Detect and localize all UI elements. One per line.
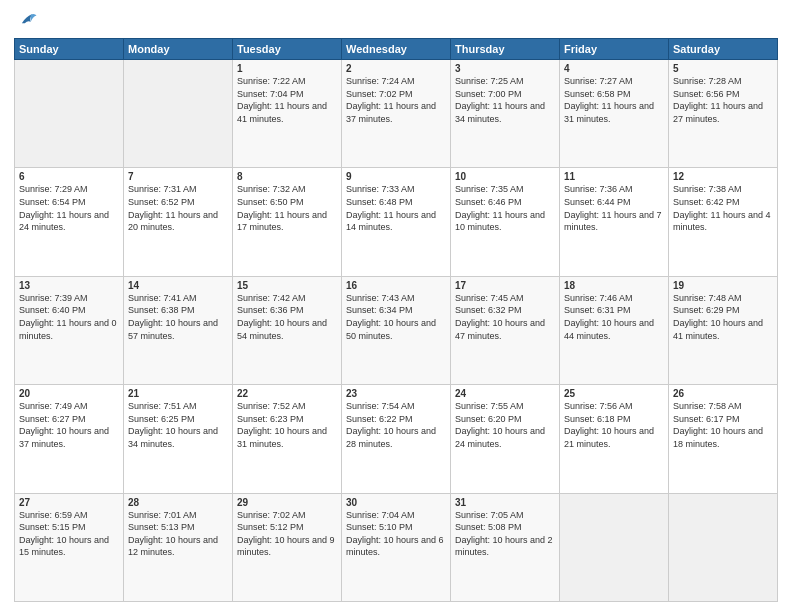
weekday-header: Friday [560,39,669,60]
calendar-cell: 24Sunrise: 7:55 AMSunset: 6:20 PMDayligh… [451,385,560,493]
weekday-header: Saturday [669,39,778,60]
calendar-cell: 19Sunrise: 7:48 AMSunset: 6:29 PMDayligh… [669,276,778,384]
calendar-cell: 9Sunrise: 7:33 AMSunset: 6:48 PMDaylight… [342,168,451,276]
day-number: 22 [237,388,337,399]
calendar-week-row: 6Sunrise: 7:29 AMSunset: 6:54 PMDaylight… [15,168,778,276]
day-number: 23 [346,388,446,399]
day-number: 12 [673,171,773,182]
calendar-cell: 3Sunrise: 7:25 AMSunset: 7:00 PMDaylight… [451,60,560,168]
calendar-cell: 10Sunrise: 7:35 AMSunset: 6:46 PMDayligh… [451,168,560,276]
day-info: Sunrise: 7:05 AMSunset: 5:08 PMDaylight:… [455,509,555,559]
calendar-cell: 8Sunrise: 7:32 AMSunset: 6:50 PMDaylight… [233,168,342,276]
page: SundayMondayTuesdayWednesdayThursdayFrid… [0,0,792,612]
day-info: Sunrise: 7:38 AMSunset: 6:42 PMDaylight:… [673,183,773,233]
day-info: Sunrise: 7:45 AMSunset: 6:32 PMDaylight:… [455,292,555,342]
day-number: 6 [19,171,119,182]
header [14,10,778,32]
calendar-cell: 6Sunrise: 7:29 AMSunset: 6:54 PMDaylight… [15,168,124,276]
day-info: Sunrise: 7:04 AMSunset: 5:10 PMDaylight:… [346,509,446,559]
weekday-header: Tuesday [233,39,342,60]
day-info: Sunrise: 7:42 AMSunset: 6:36 PMDaylight:… [237,292,337,342]
calendar-cell: 16Sunrise: 7:43 AMSunset: 6:34 PMDayligh… [342,276,451,384]
calendar-cell [560,493,669,601]
day-info: Sunrise: 7:51 AMSunset: 6:25 PMDaylight:… [128,400,228,450]
day-info: Sunrise: 7:41 AMSunset: 6:38 PMDaylight:… [128,292,228,342]
day-info: Sunrise: 7:55 AMSunset: 6:20 PMDaylight:… [455,400,555,450]
calendar-cell: 23Sunrise: 7:54 AMSunset: 6:22 PMDayligh… [342,385,451,493]
day-number: 18 [564,280,664,291]
day-number: 5 [673,63,773,74]
day-number: 20 [19,388,119,399]
day-info: Sunrise: 7:02 AMSunset: 5:12 PMDaylight:… [237,509,337,559]
calendar-cell: 15Sunrise: 7:42 AMSunset: 6:36 PMDayligh… [233,276,342,384]
day-info: Sunrise: 7:46 AMSunset: 6:31 PMDaylight:… [564,292,664,342]
day-number: 1 [237,63,337,74]
logo [14,10,38,32]
calendar-cell: 2Sunrise: 7:24 AMSunset: 7:02 PMDaylight… [342,60,451,168]
logo-bird-icon [16,10,38,32]
day-number: 17 [455,280,555,291]
day-info: Sunrise: 7:32 AMSunset: 6:50 PMDaylight:… [237,183,337,233]
calendar-cell: 25Sunrise: 7:56 AMSunset: 6:18 PMDayligh… [560,385,669,493]
calendar-cell: 17Sunrise: 7:45 AMSunset: 6:32 PMDayligh… [451,276,560,384]
calendar-cell: 22Sunrise: 7:52 AMSunset: 6:23 PMDayligh… [233,385,342,493]
calendar-cell: 5Sunrise: 7:28 AMSunset: 6:56 PMDaylight… [669,60,778,168]
calendar-cell: 12Sunrise: 7:38 AMSunset: 6:42 PMDayligh… [669,168,778,276]
weekday-header: Wednesday [342,39,451,60]
day-number: 31 [455,497,555,508]
calendar-week-row: 20Sunrise: 7:49 AMSunset: 6:27 PMDayligh… [15,385,778,493]
day-info: Sunrise: 7:48 AMSunset: 6:29 PMDaylight:… [673,292,773,342]
day-number: 9 [346,171,446,182]
calendar-table: SundayMondayTuesdayWednesdayThursdayFrid… [14,38,778,602]
calendar-cell [124,60,233,168]
calendar-cell: 28Sunrise: 7:01 AMSunset: 5:13 PMDayligh… [124,493,233,601]
day-info: Sunrise: 7:52 AMSunset: 6:23 PMDaylight:… [237,400,337,450]
calendar-header-row: SundayMondayTuesdayWednesdayThursdayFrid… [15,39,778,60]
day-info: Sunrise: 7:49 AMSunset: 6:27 PMDaylight:… [19,400,119,450]
day-number: 30 [346,497,446,508]
day-info: Sunrise: 6:59 AMSunset: 5:15 PMDaylight:… [19,509,119,559]
day-info: Sunrise: 7:43 AMSunset: 6:34 PMDaylight:… [346,292,446,342]
day-info: Sunrise: 7:35 AMSunset: 6:46 PMDaylight:… [455,183,555,233]
calendar-body: 1Sunrise: 7:22 AMSunset: 7:04 PMDaylight… [15,60,778,602]
day-number: 25 [564,388,664,399]
day-number: 10 [455,171,555,182]
weekday-header: Monday [124,39,233,60]
day-number: 11 [564,171,664,182]
calendar-cell: 20Sunrise: 7:49 AMSunset: 6:27 PMDayligh… [15,385,124,493]
day-info: Sunrise: 7:31 AMSunset: 6:52 PMDaylight:… [128,183,228,233]
calendar-cell: 31Sunrise: 7:05 AMSunset: 5:08 PMDayligh… [451,493,560,601]
calendar-cell: 1Sunrise: 7:22 AMSunset: 7:04 PMDaylight… [233,60,342,168]
day-info: Sunrise: 7:39 AMSunset: 6:40 PMDaylight:… [19,292,119,342]
day-number: 29 [237,497,337,508]
day-number: 26 [673,388,773,399]
day-info: Sunrise: 7:01 AMSunset: 5:13 PMDaylight:… [128,509,228,559]
day-info: Sunrise: 7:27 AMSunset: 6:58 PMDaylight:… [564,75,664,125]
day-number: 16 [346,280,446,291]
day-number: 15 [237,280,337,291]
day-number: 7 [128,171,228,182]
calendar-cell [669,493,778,601]
calendar-week-row: 1Sunrise: 7:22 AMSunset: 7:04 PMDaylight… [15,60,778,168]
day-info: Sunrise: 7:58 AMSunset: 6:17 PMDaylight:… [673,400,773,450]
day-info: Sunrise: 7:28 AMSunset: 6:56 PMDaylight:… [673,75,773,125]
calendar-cell: 26Sunrise: 7:58 AMSunset: 6:17 PMDayligh… [669,385,778,493]
day-number: 8 [237,171,337,182]
day-number: 4 [564,63,664,74]
calendar-cell: 14Sunrise: 7:41 AMSunset: 6:38 PMDayligh… [124,276,233,384]
calendar-cell: 21Sunrise: 7:51 AMSunset: 6:25 PMDayligh… [124,385,233,493]
calendar-week-row: 27Sunrise: 6:59 AMSunset: 5:15 PMDayligh… [15,493,778,601]
day-info: Sunrise: 7:24 AMSunset: 7:02 PMDaylight:… [346,75,446,125]
day-info: Sunrise: 7:25 AMSunset: 7:00 PMDaylight:… [455,75,555,125]
day-number: 19 [673,280,773,291]
calendar-cell: 11Sunrise: 7:36 AMSunset: 6:44 PMDayligh… [560,168,669,276]
day-info: Sunrise: 7:33 AMSunset: 6:48 PMDaylight:… [346,183,446,233]
calendar-cell: 4Sunrise: 7:27 AMSunset: 6:58 PMDaylight… [560,60,669,168]
day-info: Sunrise: 7:56 AMSunset: 6:18 PMDaylight:… [564,400,664,450]
day-number: 21 [128,388,228,399]
weekday-header: Thursday [451,39,560,60]
day-info: Sunrise: 7:36 AMSunset: 6:44 PMDaylight:… [564,183,664,233]
day-number: 28 [128,497,228,508]
weekday-header: Sunday [15,39,124,60]
calendar-cell: 29Sunrise: 7:02 AMSunset: 5:12 PMDayligh… [233,493,342,601]
